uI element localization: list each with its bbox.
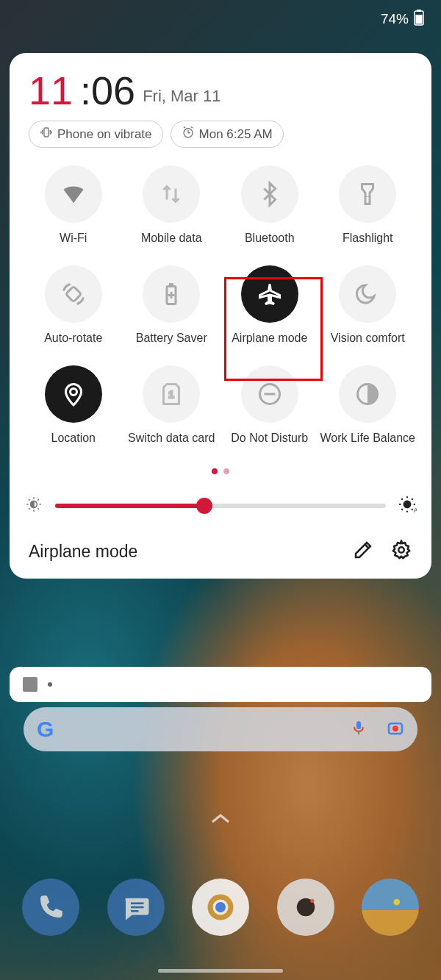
chrome-app[interactable] (192, 879, 249, 936)
brightness-row: A (24, 495, 417, 517)
brightness-auto-icon[interactable]: A (398, 495, 417, 517)
tile-airplane-mode[interactable]: Airplane mode (220, 265, 319, 345)
bluetooth-icon (257, 181, 283, 207)
vibrate-icon (40, 126, 53, 143)
sim-card-icon: 1 (158, 381, 184, 407)
vibrate-chip[interactable]: Phone on vibrate (29, 121, 163, 148)
do-not-disturb-icon (257, 381, 283, 407)
dock (22, 879, 419, 936)
date-text: Fri, Mar 11 (143, 87, 220, 110)
tile-label: Airplane mode (232, 332, 307, 345)
tile-mobile-data[interactable]: Mobile data (123, 165, 221, 245)
clock-hour: 11 (29, 71, 73, 110)
mic-icon[interactable] (350, 719, 368, 740)
notification-strip[interactable] (10, 667, 431, 702)
chevron-up-icon[interactable] (209, 807, 232, 830)
slider-thumb[interactable] (196, 498, 212, 514)
tile-auto-rotate[interactable]: Auto-rotate (24, 265, 123, 345)
tile-label: Auto-rotate (44, 332, 102, 345)
status-bar: 74% (0, 0, 441, 38)
phone-app[interactable] (22, 879, 79, 936)
tile-label: Mobile data (141, 232, 202, 245)
tile-label: Vision comfort (331, 332, 405, 345)
tile-bluetooth[interactable]: Bluetooth (220, 165, 319, 245)
alarm-label: Mon 6:25 AM (199, 127, 273, 142)
page-indicator (24, 468, 417, 474)
svg-point-24 (404, 501, 412, 509)
tile-work-life-balance[interactable]: Work Life Balance (319, 365, 417, 445)
vibrate-label: Phone on vibrate (57, 127, 152, 142)
footer-label: Airplane mode (29, 542, 137, 562)
battery-percent: 74% (381, 11, 409, 27)
tile-label: Flashlight (343, 232, 392, 245)
svg-line-11 (184, 127, 185, 129)
moon-icon (354, 281, 381, 307)
tile-label: Battery Saver (136, 332, 207, 345)
page-dot-active (212, 468, 218, 474)
tile-flashlight[interactable]: Flashlight (319, 165, 417, 245)
notification-dot (48, 682, 52, 687)
tile-wifi[interactable]: Wi-Fi (24, 165, 123, 245)
flashlight-icon (354, 181, 381, 207)
tile-label: Location (51, 432, 96, 445)
svg-point-39 (393, 899, 400, 906)
search-pill[interactable]: G (24, 707, 417, 751)
image-icon (23, 677, 37, 692)
alarm-chip[interactable]: Mon 6:25 AM (171, 121, 284, 148)
svg-point-38 (310, 899, 314, 903)
status-chips: Phone on vibrate Mon 6:25 AM (24, 121, 417, 148)
clock-minutes: :06 (80, 71, 135, 110)
svg-text:1: 1 (168, 389, 174, 400)
battery-saver-icon (158, 281, 184, 307)
messages-app[interactable] (107, 879, 165, 936)
svg-rect-3 (44, 128, 49, 137)
svg-rect-13 (65, 286, 81, 301)
tile-label: Do Not Disturb (231, 432, 308, 445)
tile-battery-saver[interactable]: Battery Saver (123, 265, 221, 345)
svg-line-12 (190, 127, 192, 129)
settings-button[interactable] (390, 539, 412, 564)
brightness-slider[interactable] (55, 504, 386, 508)
tile-location[interactable]: Location (24, 365, 123, 445)
brightness-low-icon (24, 495, 43, 517)
camera-icon[interactable] (387, 719, 404, 740)
location-icon (60, 381, 87, 407)
airplane-icon (257, 281, 283, 307)
svg-point-30 (392, 726, 398, 732)
svg-text:A: A (414, 507, 417, 514)
battery-icon (413, 10, 425, 29)
wifi-icon (60, 181, 87, 207)
gallery-app[interactable] (362, 879, 419, 936)
svg-rect-2 (416, 15, 423, 24)
edit-button[interactable] (352, 539, 374, 564)
camera-app[interactable] (277, 879, 334, 936)
mobile-data-icon (158, 181, 184, 207)
panel-footer: Airplane mode (24, 539, 417, 564)
tile-switch-data-card[interactable]: 1 Switch data card (123, 365, 221, 445)
auto-rotate-icon (60, 281, 87, 307)
tile-label: Bluetooth (245, 232, 295, 245)
work-life-balance-icon (354, 381, 381, 407)
tile-label: Work Life Balance (320, 432, 415, 445)
slider-fill (55, 504, 204, 508)
time-date-row: 11:06 Fri, Mar 11 (24, 71, 417, 110)
quick-settings-panel[interactable]: 11:06 Fri, Mar 11 Phone on vibrate Mon 6… (10, 53, 431, 579)
google-icon: G (37, 717, 54, 742)
tile-do-not-disturb[interactable]: Do Not Disturb (220, 365, 319, 445)
tile-label: Wi-Fi (60, 232, 87, 245)
tile-label: Switch data card (128, 432, 215, 445)
home-indicator[interactable] (158, 969, 283, 973)
page-dot-inactive (223, 468, 229, 474)
svg-rect-27 (356, 721, 361, 729)
tile-vision-comfort[interactable]: Vision comfort (319, 265, 417, 345)
svg-point-18 (70, 389, 76, 396)
svg-rect-1 (417, 10, 421, 12)
svg-point-26 (398, 547, 404, 553)
tiles-grid: Wi-Fi Mobile data Bluetooth Flashlight A… (24, 165, 417, 445)
alarm-icon (182, 126, 195, 143)
